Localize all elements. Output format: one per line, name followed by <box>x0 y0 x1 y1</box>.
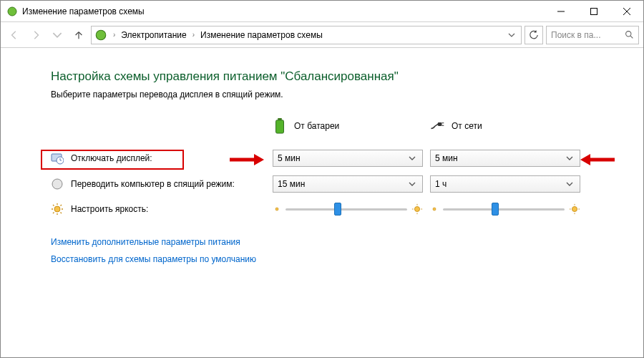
svg-point-5 <box>96 30 106 40</box>
up-button[interactable] <box>69 26 88 44</box>
power-plan-icon <box>94 29 107 42</box>
power-plan-icon <box>6 6 18 17</box>
search-placeholder: Поиск в па... <box>551 30 622 40</box>
titlebar: Изменение параметров схемы <box>1 1 643 22</box>
slider-thumb[interactable] <box>334 203 341 216</box>
row-brightness-label: Настроить яркость: <box>71 204 148 214</box>
display-off-plugged-value: 5 мин <box>435 153 564 163</box>
chevron-right-icon: › <box>110 31 118 39</box>
svg-rect-13 <box>276 120 284 133</box>
search-input[interactable]: Поиск в па... <box>546 26 639 44</box>
search-icon <box>625 30 634 39</box>
breadcrumb-item-power[interactable]: Электропитание <box>119 30 187 40</box>
window-title: Изменение параметров схемы <box>22 6 145 16</box>
breadcrumb-history-dropdown[interactable] <box>505 27 518 43</box>
advanced-settings-link[interactable]: Изменить дополнительные параметры питани… <box>51 237 240 247</box>
chevron-down-icon <box>406 176 418 192</box>
breadcrumb[interactable]: › Электропитание › Изменение параметров … <box>91 26 522 44</box>
svg-rect-2 <box>591 8 597 14</box>
monitor-clock-icon <box>51 152 64 165</box>
sun-icon <box>51 203 64 216</box>
chevron-right-icon: › <box>190 31 197 39</box>
sun-small-icon <box>273 205 281 213</box>
svg-point-6 <box>626 32 631 37</box>
moon-icon <box>51 178 64 190</box>
svg-line-7 <box>630 36 633 38</box>
recent-dropdown[interactable] <box>48 26 67 44</box>
sleep-battery-value: 15 мин <box>278 179 406 189</box>
display-off-battery-select[interactable]: 5 мин <box>273 150 423 167</box>
display-off-battery-value: 5 мин <box>278 153 406 163</box>
svg-line-29 <box>53 213 54 214</box>
sun-large-icon <box>411 203 423 215</box>
settings-grid: От батареи От сети Отключать дисплей: 5 … <box>51 112 600 221</box>
svg-point-22 <box>54 206 60 212</box>
sleep-plugged-value: 1 ч <box>435 179 564 189</box>
chevron-down-icon <box>564 150 575 166</box>
svg-line-28 <box>61 213 62 214</box>
slider-track[interactable] <box>286 203 407 216</box>
display-off-plugged-select[interactable]: 5 мин <box>430 150 580 167</box>
refresh-button[interactable] <box>525 26 543 44</box>
row-display-off: Отключать дисплей: <box>51 147 265 169</box>
minimize-button[interactable] <box>545 1 577 22</box>
svg-point-0 <box>8 7 16 16</box>
column-header-plugged-label: От сети <box>452 121 482 131</box>
svg-line-27 <box>53 205 54 206</box>
column-header-plugged: От сети <box>430 112 580 145</box>
sun-small-icon <box>430 205 439 213</box>
annotation-arrow-left-icon <box>580 153 616 167</box>
svg-rect-14 <box>438 122 442 126</box>
column-header-battery: От батареи <box>273 112 423 145</box>
page-heading: Настройка схемы управления питанием "Сба… <box>51 69 600 84</box>
forward-button[interactable] <box>26 26 45 44</box>
back-button[interactable] <box>5 26 24 44</box>
svg-point-31 <box>275 208 278 211</box>
breadcrumb-item-edit-plan[interactable]: Изменение параметров схемы <box>199 30 324 40</box>
svg-point-37 <box>433 208 436 211</box>
row-sleep: Переводить компьютер в спящий режим: <box>51 173 265 195</box>
close-button[interactable] <box>610 1 643 22</box>
svg-point-21 <box>52 179 62 189</box>
sleep-plugged-select[interactable]: 1 ч <box>430 175 580 193</box>
sun-large-icon <box>569 203 580 215</box>
row-display-off-label: Отключать дисплей: <box>71 153 152 163</box>
sleep-battery-select[interactable]: 15 мин <box>273 175 423 193</box>
maximize-button[interactable] <box>577 1 610 22</box>
svg-point-32 <box>414 206 419 211</box>
row-sleep-label: Переводить компьютер в спящий режим: <box>71 179 235 189</box>
svg-point-38 <box>572 206 577 211</box>
battery-icon <box>273 117 287 135</box>
svg-line-30 <box>61 205 62 206</box>
column-header-battery-label: От батареи <box>294 121 339 131</box>
svg-marker-11 <box>580 154 590 165</box>
slider-thumb[interactable] <box>492 203 499 216</box>
links-section: Изменить дополнительные параметры питани… <box>51 237 600 264</box>
chevron-down-icon <box>406 150 418 166</box>
navbar: › Электропитание › Изменение параметров … <box>1 22 643 48</box>
page-subtext: Выберите параметры перевода дисплея в сп… <box>51 90 600 100</box>
plug-icon <box>430 117 444 135</box>
row-brightness: Настроить яркость: <box>51 198 265 220</box>
brightness-battery-slider[interactable] <box>273 203 423 216</box>
slider-track[interactable] <box>443 203 565 216</box>
brightness-plugged-slider[interactable] <box>430 203 580 216</box>
content: Настройка схемы управления питанием "Сба… <box>1 48 643 264</box>
chevron-down-icon <box>564 176 575 192</box>
restore-defaults-link[interactable]: Восстановить для схемы параметры по умол… <box>51 254 256 264</box>
